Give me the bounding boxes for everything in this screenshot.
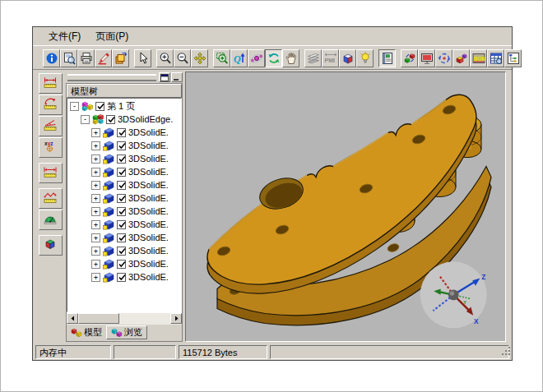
tree-node[interactable]: +3DSolidE. — [68, 218, 181, 231]
dim-angle-button[interactable] — [39, 116, 63, 136]
expand-toggle[interactable]: + — [91, 260, 100, 269]
tree-node[interactable]: +3DSolidE. — [68, 191, 181, 205]
tree-hscrollbar[interactable] — [67, 312, 182, 325]
tree-node[interactable]: +3DSolidE. — [68, 270, 181, 284]
scroll-right-button[interactable] — [170, 313, 182, 324]
measure-toolbar: xyz — [35, 71, 66, 342]
dim-distance-button[interactable] — [39, 163, 63, 183]
tree-node[interactable]: +3DSolidE. — [68, 152, 181, 165]
bom-button[interactable]: BOM — [470, 49, 487, 67]
light-button[interactable] — [356, 49, 374, 67]
visibility-checkbox[interactable] — [106, 115, 115, 124]
visibility-checkbox[interactable] — [117, 207, 126, 216]
dim-radius-button[interactable] — [39, 95, 63, 115]
tree-node[interactable]: -3DSolidEdge. — [68, 113, 181, 126]
measure-curve-button[interactable] — [39, 188, 63, 209]
coord-point-button[interactable]: xyz — [39, 137, 63, 158]
view-cube-button[interactable] — [339, 49, 356, 67]
visibility-checkbox[interactable] — [117, 194, 126, 203]
collapse-toggle[interactable]: - — [70, 102, 79, 111]
visibility-checkbox[interactable] — [117, 273, 126, 282]
visibility-checkbox[interactable] — [95, 102, 104, 111]
panel-grip[interactable] — [66, 71, 183, 83]
expand-toggle[interactable]: + — [91, 181, 100, 190]
explode-view-button[interactable] — [452, 49, 470, 67]
status-message — [270, 345, 509, 359]
expand-toggle[interactable]: + — [91, 154, 100, 164]
viewport-3d[interactable]: Z X Y — [185, 71, 506, 342]
measure-solid-button[interactable] — [39, 235, 63, 256]
structure-tree-button[interactable] — [504, 49, 522, 67]
expand-toggle[interactable]: + — [91, 128, 100, 137]
light-icon — [359, 52, 372, 65]
tree-node[interactable]: +3DSolidE. — [68, 126, 181, 139]
model-tree-toggle-button[interactable] — [378, 49, 396, 67]
pan-move-button[interactable] — [191, 49, 208, 67]
rotate-button[interactable] — [265, 49, 282, 67]
node-label: 3DSolidE. — [128, 259, 169, 269]
tree-node[interactable]: +3DSolidE. — [68, 205, 181, 218]
menu-item-page[interactable]: 页面(P) — [88, 28, 136, 45]
tab-browse[interactable]: 浏览 — [106, 325, 147, 339]
layers-button[interactable] — [304, 49, 322, 67]
visibility-checkbox[interactable] — [117, 141, 126, 150]
visibility-checkbox[interactable] — [117, 168, 126, 177]
expand-toggle[interactable]: + — [91, 233, 100, 242]
animation-button[interactable] — [435, 49, 452, 67]
tab-model[interactable]: 模型 — [67, 325, 106, 339]
orbit-button[interactable] — [248, 49, 265, 67]
assembly-button[interactable] — [401, 49, 418, 67]
expand-toggle[interactable]: + — [91, 207, 100, 216]
tree-node[interactable]: -第 1 页 — [68, 99, 181, 113]
axis-triad[interactable]: Z X Y — [418, 256, 494, 331]
scroll-left-button[interactable] — [67, 313, 78, 324]
tree-node[interactable]: +3DSolidE. — [68, 231, 181, 244]
tree-node[interactable]: +3DSolidE. — [68, 178, 181, 191]
scroll-thumb[interactable] — [78, 313, 119, 324]
visibility-checkbox[interactable] — [117, 181, 126, 190]
hide-panel-button[interactable] — [171, 72, 183, 82]
visibility-checkbox[interactable] — [117, 128, 126, 137]
markup-pen-button[interactable] — [95, 49, 112, 67]
tree-node[interactable]: +3DSolidE. — [68, 139, 181, 152]
tree-node[interactable]: +3DSolidE. — [68, 257, 181, 270]
select-arrow-icon — [137, 52, 150, 65]
tree-node[interactable]: +3DSolidE. — [68, 244, 181, 257]
report-table-button[interactable] — [487, 49, 504, 67]
zoom-window-button[interactable] — [213, 49, 230, 67]
visibility-checkbox[interactable] — [117, 220, 126, 229]
tree-node[interactable]: +3DSolidE. — [68, 165, 181, 178]
measure-gauge-button[interactable] — [39, 210, 63, 230]
visibility-checkbox[interactable] — [117, 247, 126, 256]
model-tree[interactable]: -第 1 页-3DSolidEdge.+3DSolidE.+3DSolidE.+… — [67, 98, 182, 312]
zoom-previous-button[interactable]: Q — [230, 49, 248, 67]
dim-linear-button[interactable] — [39, 73, 63, 94]
pan-hand-button[interactable] — [282, 49, 299, 67]
tab-label: 模型 — [84, 326, 102, 339]
visibility-checkbox[interactable] — [117, 233, 126, 242]
visibility-checkbox[interactable] — [117, 154, 126, 164]
scroll-track[interactable] — [119, 313, 170, 325]
expand-toggle[interactable]: + — [91, 194, 100, 203]
info-button[interactable] — [43, 49, 60, 67]
expand-toggle[interactable]: + — [91, 247, 100, 256]
dim-linear-icon — [44, 76, 57, 92]
resize-grip[interactable] — [501, 344, 511, 359]
dim-angle-icon — [44, 118, 57, 135]
expand-toggle[interactable]: + — [91, 141, 100, 150]
menu-item-file[interactable]: 文件(F) — [41, 28, 88, 45]
grip-lines[interactable] — [67, 74, 156, 81]
screen-capture-button[interactable] — [418, 49, 435, 67]
expand-toggle[interactable]: + — [91, 273, 100, 282]
select-arrow-button[interactable] — [134, 49, 151, 67]
zoom-in-button[interactable] — [156, 49, 174, 67]
print-preview-button[interactable] — [60, 49, 77, 67]
float-panel-button[interactable] — [159, 72, 170, 82]
expand-toggle[interactable]: + — [91, 220, 100, 229]
export-button[interactable] — [112, 49, 129, 67]
visibility-checkbox[interactable] — [117, 260, 126, 269]
zoom-out-button[interactable] — [174, 49, 191, 67]
print-button[interactable] — [77, 49, 95, 67]
collapse-toggle[interactable]: - — [81, 115, 90, 124]
expand-toggle[interactable]: + — [91, 168, 100, 177]
